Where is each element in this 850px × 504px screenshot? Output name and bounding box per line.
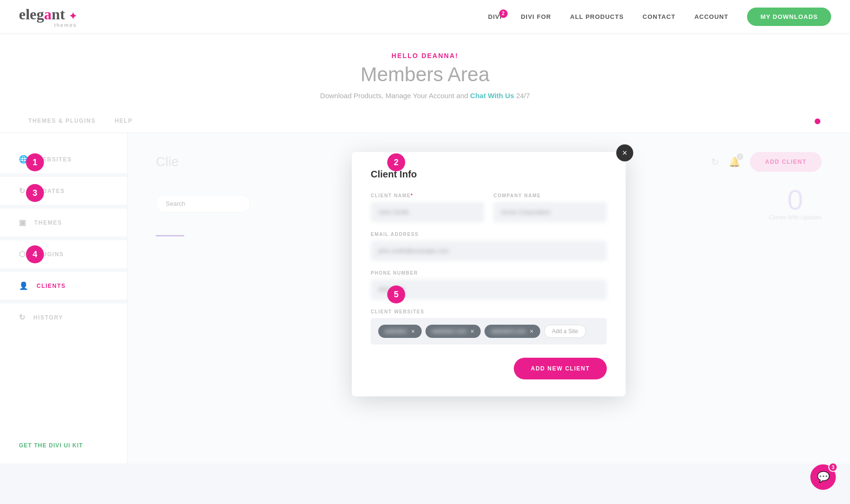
client-info-modal: × Client Info CLIENT NAME* COMPANY NAME [352, 152, 626, 396]
nav-contact[interactable]: CONTACT [643, 13, 676, 20]
tags-container: website1 × website2.com × website3.com × [371, 318, 607, 344]
nav-divi[interactable]: DIVI 2 [488, 13, 502, 20]
badge-3: 3 [26, 184, 44, 202]
form-row-2: EMAIL ADDRESS [371, 232, 607, 261]
tag-1: website1 × [378, 325, 422, 338]
history-icon: ↻ [19, 313, 26, 322]
themes-icon: ▣ [19, 218, 27, 227]
members-area-title: Members Area [9, 63, 841, 86]
hero-section: HELLO DEANNA! Members Area Download Prod… [0, 33, 850, 109]
tag-1-close[interactable]: × [411, 328, 415, 335]
modal-close-button[interactable]: × [616, 144, 633, 161]
phone-input[interactable] [371, 279, 607, 300]
greeting-text: HELLO DEANNA! [9, 52, 841, 59]
chat-link[interactable]: Chat With Us [470, 92, 514, 100]
logo[interactable]: elegant ✦ themes [19, 6, 77, 28]
badge-5: 5 [387, 286, 405, 303]
badge-2: 2 [387, 153, 405, 171]
nav-all-products[interactable]: ALL PRODUCTS [570, 13, 624, 20]
company-name-input[interactable] [493, 202, 607, 222]
tag-3: website3.com × [484, 325, 540, 338]
nav-divi-for[interactable]: DIVI FOR [521, 13, 551, 20]
email-label: EMAIL ADDRESS [371, 232, 607, 237]
main-layout: 🌐 WEBSITES ↻ UPDATES ▣ THEMES ⬡ PLUGINS … [0, 133, 850, 463]
phone-label: PHONE NUMBER [371, 270, 607, 276]
sidebar-item-websites[interactable]: 🌐 WEBSITES [0, 147, 127, 171]
form-group-phone: PHONE NUMBER [371, 270, 607, 300]
form-row-4: CLIENT WEBSITES website1 × website2.com … [371, 309, 607, 344]
chat-badge: 3 [828, 462, 838, 472]
email-input[interactable] [371, 241, 607, 261]
divi-badge: 2 [499, 9, 508, 18]
content-area: Clients ↻ 🔔 ! ADD CLIENT 0 Clients With … [128, 133, 850, 463]
client-name-input[interactable] [371, 202, 484, 222]
client-name-label: CLIENT NAME* [371, 193, 484, 198]
form-group-client-name: CLIENT NAME* [371, 193, 484, 222]
form-row-3: PHONE NUMBER [371, 270, 607, 300]
modal-title: Client Info [371, 169, 607, 180]
plugins-icon: ⬡ [19, 250, 26, 259]
sidebar-item-themes[interactable]: ▣ THEMES [0, 210, 127, 235]
tag-2: website2.com × [425, 325, 481, 338]
tag-3-close[interactable]: × [530, 328, 534, 335]
sidebar-item-updates[interactable]: ↻ UPDATES [0, 179, 127, 203]
form-row-1: CLIENT NAME* COMPANY NAME [371, 193, 607, 222]
account-circle-icon[interactable]: ● [814, 113, 822, 128]
top-nav: elegant ✦ themes DIVI 2 DIVI FOR ALL PRO… [0, 0, 850, 33]
refresh-icon: ↻ [19, 186, 26, 195]
sidebar-item-plugins[interactable]: ⬡ PLUGINS [0, 242, 127, 266]
tabs-left: THEMES & PLUGINS HELP [28, 109, 133, 133]
nav-account[interactable]: ACCOUNT [694, 13, 728, 20]
tag-2-close[interactable]: × [470, 328, 474, 335]
tab-themes-plugins[interactable]: THEMES & PLUGINS [28, 109, 96, 133]
sidebar-item-history[interactable]: ↻ HISTORY [0, 305, 127, 329]
tab-help[interactable]: HELP [115, 109, 133, 133]
add-new-client-button[interactable]: ADD NEW CLIENT [514, 358, 607, 379]
chat-bubble[interactable]: 💬 3 [810, 464, 836, 490]
tabs-right: ● [814, 113, 822, 128]
badge-1: 1 [26, 153, 44, 171]
sidebar: 🌐 WEBSITES ↻ UPDATES ▣ THEMES ⬡ PLUGINS … [0, 133, 128, 463]
chat-icon: 💬 [817, 471, 830, 483]
form-group-company-name: COMPANY NAME [493, 193, 607, 222]
hero-subtitle: Download Products, Manage Your Account a… [9, 92, 841, 100]
modal-footer: ADD NEW CLIENT [371, 358, 607, 379]
form-group-email: EMAIL ADDRESS [371, 232, 607, 261]
content-tabs: THEMES & PLUGINS HELP ● [0, 109, 850, 133]
company-name-label: COMPANY NAME [493, 193, 607, 198]
my-downloads-button[interactable]: MY DOWNLOADS [747, 8, 831, 26]
logo-subtitle: themes [19, 22, 77, 28]
badge-4: 4 [26, 245, 44, 263]
get-divi-kit-link[interactable]: GET THE DIVI UI KIT [19, 442, 83, 449]
nav-links: DIVI 2 DIVI FOR ALL PRODUCTS CONTACT ACC… [488, 8, 831, 26]
modal-overlay: × Client Info CLIENT NAME* COMPANY NAME [128, 133, 850, 463]
form-group-websites: CLIENT WEBSITES website1 × website2.com … [371, 309, 607, 344]
websites-label: CLIENT WEBSITES [371, 309, 607, 314]
sidebar-item-clients[interactable]: 👤 CLIENTS [0, 274, 127, 298]
add-site-button[interactable]: Add a Site [544, 325, 586, 338]
clients-icon: 👤 [19, 281, 29, 290]
